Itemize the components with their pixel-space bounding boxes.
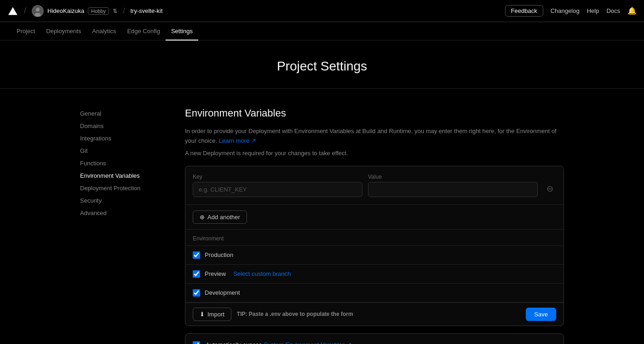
plus-circle-icon: ⊕ (200, 214, 205, 221)
changelog-link[interactable]: Changelog (551, 7, 580, 14)
production-label: Production (205, 251, 233, 258)
env-value-input[interactable] (368, 182, 538, 197)
svg-point-2 (34, 13, 41, 17)
subnav-edge-config[interactable]: Edge Config (121, 22, 166, 41)
topbar-right: Feedback Changelog Help Docs 🔔 (505, 5, 637, 17)
docs-link[interactable]: Docs (606, 7, 620, 14)
help-link[interactable]: Help (587, 7, 599, 14)
environment-section-label: Environment (185, 230, 564, 246)
env-value-column: Value (368, 174, 538, 197)
plan-badge: Hobby (88, 7, 109, 15)
section-description: In order to provide your Deployment with… (185, 127, 564, 146)
page-header: Project Settings (0, 41, 644, 89)
deployment-note: A new Deployment is required for your ch… (185, 150, 564, 157)
main-content: Environment Variables In order to provid… (185, 107, 564, 344)
learn-more-link[interactable]: Learn more ↗ (219, 137, 256, 144)
auto-expose-checkbox[interactable] (193, 341, 200, 344)
subnav-analytics[interactable]: Analytics (86, 22, 121, 41)
sidebar-item-integrations[interactable]: Integrations (80, 132, 163, 145)
external-link-icon-2: ↗ (347, 341, 352, 344)
topbar-divider-2: / (123, 7, 125, 15)
import-button[interactable]: ⬇ Import (193, 308, 231, 321)
subnav-deployments[interactable]: Deployments (40, 22, 86, 41)
subnav-settings[interactable]: Settings (166, 22, 198, 41)
download-icon: ⬇ (200, 311, 205, 318)
env-key-input[interactable] (193, 182, 362, 197)
env-key-column: Key (193, 174, 362, 197)
chevron-icon: ⇅ (113, 8, 117, 14)
env-tip: TIP: Paste a .env above to populate the … (237, 311, 521, 317)
auto-expose-text: Automatically expose System Environment … (206, 341, 352, 344)
env-key-value-row: Key Value ⊖ (185, 166, 564, 205)
system-env-link[interactable]: System Environment Variables ↗ (264, 341, 351, 344)
sidebar-item-functions[interactable]: Functions (80, 157, 163, 169)
sidebar-item-env-variables[interactable]: Environment Variables (80, 169, 163, 182)
value-label: Value (368, 174, 538, 180)
user-menu[interactable]: HideoKaizuka Hobby ⇅ (32, 5, 117, 17)
development-checkbox[interactable] (193, 289, 200, 297)
subnav: Project Deployments Analytics Edge Confi… (0, 22, 644, 41)
env-clear-button[interactable]: ⊖ (543, 182, 556, 195)
add-another-row: ⊕ Add another (185, 205, 564, 230)
project-name[interactable]: try-svelte-kit (130, 7, 162, 14)
subnav-project[interactable]: Project (11, 22, 40, 41)
save-button[interactable]: Save (526, 308, 556, 321)
notifications-icon[interactable]: 🔔 (627, 6, 637, 15)
sidebar-item-advanced[interactable]: Advanced (80, 207, 163, 219)
sidebar-item-deployment-protection[interactable]: Deployment Protection (80, 182, 163, 194)
content-layout: General Domains Integrations Git Functio… (69, 89, 575, 344)
env-production-row: Production (185, 246, 564, 265)
env-variables-card: Key Value ⊖ ⊕ Add another Enviro (185, 166, 564, 326)
page-title: Project Settings (0, 59, 644, 74)
topbar: / HideoKaizuka Hobby ⇅ / try-svelte-kit … (0, 0, 644, 22)
external-link-icon: ↗ (251, 137, 256, 144)
sidebar-item-general[interactable]: General (80, 107, 163, 120)
username-label: HideoKaizuka (47, 7, 84, 14)
section-title: Environment Variables (185, 107, 564, 119)
tip-desc: Paste a .env above to populate the form (249, 311, 353, 317)
feedback-button[interactable]: Feedback (505, 5, 543, 17)
sidebar-item-domains[interactable]: Domains (80, 120, 163, 132)
sidebar-item-security[interactable]: Security (80, 194, 163, 207)
svg-point-1 (36, 8, 40, 12)
add-another-button[interactable]: ⊕ Add another (193, 210, 247, 224)
env-footer: ⬇ Import TIP: Paste a .env above to popu… (185, 303, 564, 326)
development-label: Development (205, 289, 240, 296)
env-development-row: Development (185, 284, 564, 303)
key-label: Key (193, 174, 362, 180)
settings-sidebar: General Domains Integrations Git Functio… (80, 107, 163, 344)
auto-expose-card: Automatically expose System Environment … (185, 333, 564, 344)
env-preview-row: Preview Select custom branch (185, 265, 564, 284)
select-custom-branch-link[interactable]: Select custom branch (233, 270, 291, 277)
preview-checkbox[interactable] (193, 270, 200, 278)
sidebar-item-git[interactable]: Git (80, 145, 163, 157)
production-checkbox[interactable] (193, 251, 200, 259)
topbar-divider-1: / (24, 6, 26, 16)
minus-circle-icon: ⊖ (546, 184, 553, 194)
vercel-logo[interactable] (7, 6, 18, 17)
avatar (32, 5, 44, 17)
tip-label: TIP: (237, 311, 247, 317)
preview-label: Preview (205, 270, 226, 277)
